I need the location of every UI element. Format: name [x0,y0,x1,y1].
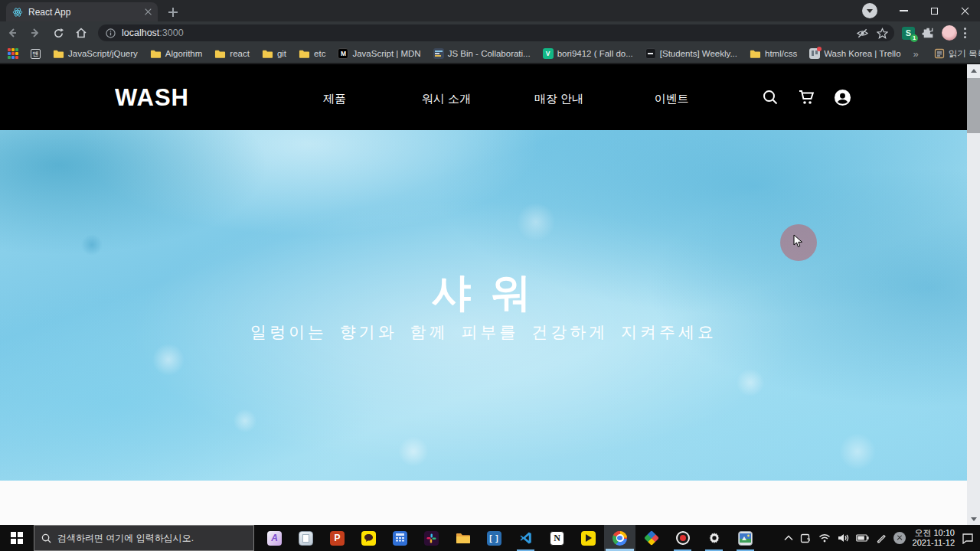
tray-chevron-up-icon[interactable] [784,535,793,541]
taskbar-chrome[interactable] [604,525,635,551]
window-controls [862,0,980,21]
chevron-down-icon [867,9,873,13]
taskbar-alsee[interactable]: A [259,525,290,551]
taskbar-search-input[interactable] [57,533,247,543]
bookmark-apps[interactable] [8,48,18,59]
photo-viewer-icon [738,531,753,546]
forward-icon [29,27,41,39]
chrome-menu-icon[interactable] [964,28,966,38]
react-favicon-icon [12,7,23,18]
site-logo[interactable]: WASH [115,83,189,112]
taskbar-vscode[interactable] [510,525,541,551]
file-explorer-icon [456,532,470,544]
maximize-button[interactable] [919,0,949,21]
scrollbar-thumb[interactable] [967,78,980,133]
bookmark-aen[interactable]: 앤 [31,49,41,59]
taskbar-powerpoint[interactable]: P [322,525,353,551]
search-icon [762,89,779,106]
taskbar-bandizip[interactable] [635,525,667,551]
tab-close-icon[interactable] [145,8,152,15]
tray-wifi-icon[interactable] [818,533,831,543]
taskbar-search-icon [41,533,51,543]
folder-icon [214,49,226,59]
nav-about[interactable]: 워시 소개 [422,92,471,106]
taskbar-file-explorer[interactable] [447,525,479,551]
nav-products[interactable]: 제품 [323,92,346,106]
bookmarks-overflow-chevron[interactable]: » [913,48,919,60]
page-scrollbar[interactable] [967,64,980,525]
reload-button[interactable] [47,23,69,43]
nav-stores[interactable]: 매장 안내 [534,92,583,106]
bookmark-notion-weekly[interactable]: [Students] Weekly... [645,48,737,59]
taskbar-notion[interactable]: N [541,525,573,551]
tray-battery-icon[interactable] [856,534,869,542]
address-bar[interactable]: localhost:3000 [98,24,894,41]
bookmark-folder-etc[interactable]: etc [299,49,325,59]
screen: React App localhost:3000 [0,0,980,551]
tray-volume-icon[interactable] [838,533,849,543]
taskbar-brackets[interactable]: [ ] [479,525,510,551]
browser-tab-react-app[interactable]: React App [6,2,158,21]
site-info-icon[interactable] [106,28,116,38]
bookmark-trello[interactable]: Wash Korea | Trello [809,48,900,59]
home-button[interactable] [70,23,92,43]
taskbar-recorder[interactable] [667,525,698,551]
reading-list-button[interactable]: 읽기 목록 [934,48,980,60]
taskbar-photo-viewer[interactable] [730,525,761,551]
taskbar-settings[interactable] [698,525,730,551]
bookmark-jsbin[interactable]: JS Bin - Collaborati... [433,48,531,59]
clock-date: 2021-11-12 [913,538,955,548]
webpage: WASH 제품 워시 소개 매장 안내 이벤트 샤 워 일렁이는 향기와 함께 … [0,64,967,525]
bandizip-icon [644,530,659,546]
tray-pen-icon[interactable] [876,533,887,543]
mouse-cursor-icon [793,234,804,248]
scroll-down-button[interactable] [967,513,980,525]
profile-avatar[interactable] [942,25,957,41]
overlay-chevron-button[interactable] [862,3,877,18]
scroll-up-button[interactable] [967,64,980,77]
account-icon [834,89,851,106]
bookmark-folder-javascript-jquery[interactable]: JavaScript/jQuery [53,49,138,59]
search-button[interactable] [762,89,779,106]
bookmark-folder-htmlcss[interactable]: html/css [750,49,797,59]
taskbar-kakaotalk[interactable] [353,525,384,551]
cart-button[interactable] [798,89,815,106]
account-button[interactable] [834,89,851,106]
folder-icon [750,49,761,59]
back-button[interactable] [2,23,23,43]
taskbar-search[interactable] [34,525,254,551]
hide-eye-icon[interactable] [856,28,869,39]
start-button[interactable] [0,525,34,551]
minimize-button[interactable] [888,0,919,21]
record-icon [676,531,690,545]
tab-title: React App [28,7,139,18]
tray-disconnected-icon[interactable] [893,532,906,544]
action-center-icon[interactable] [962,533,974,544]
bookmark-folder-react[interactable]: react [214,49,250,59]
extension-s-icon[interactable]: S 1 [902,27,915,40]
bookmark-star-icon[interactable] [877,28,888,39]
omnibox-actions [856,24,888,41]
toolbar-right: S 1 [902,25,966,41]
hero-banner: 샤 워 일렁이는 향기와 함께 피부를 건강하게 지켜주세요 [0,130,967,481]
tray-clock[interactable]: 오전 10:10 2021-11-12 [913,528,955,548]
folder-icon [299,49,310,59]
taskbar-notepad[interactable] [290,525,322,551]
tray-device-icon[interactable] [800,533,812,543]
close-button[interactable] [949,0,980,21]
extension-badge: 1 [910,34,918,42]
taskbar-potplayer[interactable] [573,525,604,551]
notion-page-icon [645,48,656,59]
bookmark-folder-git[interactable]: git [262,49,286,59]
nav-events[interactable]: 이벤트 [655,92,689,106]
bookmark-folder-algorithm[interactable]: Algorithm [150,49,203,59]
reload-icon [53,28,64,39]
extensions-puzzle-icon[interactable] [922,27,935,40]
taskbar-calculator[interactable] [384,525,416,551]
new-tab-button[interactable] [165,5,181,20]
taskbar-slack[interactable] [416,525,447,551]
forward-button[interactable] [24,23,46,43]
bookmark-velog[interactable]: V bori9412 ( Fall do... [543,48,633,59]
minimize-icon [900,10,908,11]
bookmark-mdn[interactable]: M JavaScript | MDN [338,48,420,59]
